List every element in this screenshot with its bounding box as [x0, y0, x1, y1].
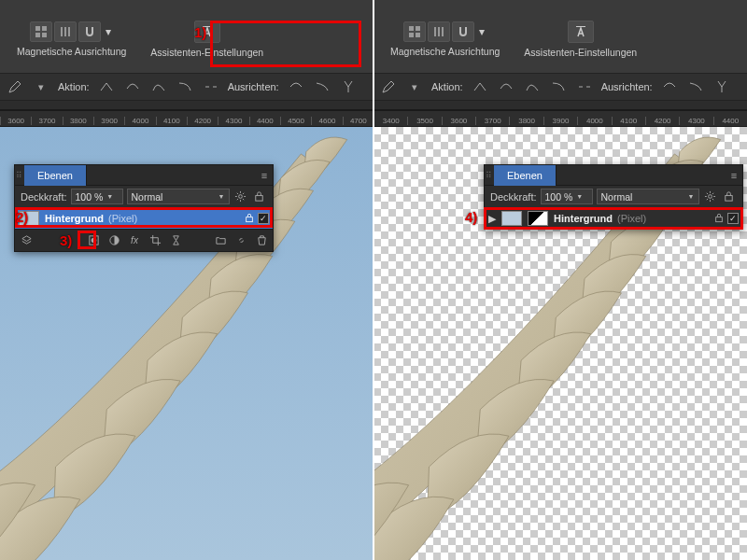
align-h-icon[interactable]	[287, 77, 305, 96]
svg-rect-7	[203, 26, 212, 27]
dropdown-icon[interactable]: ▾	[32, 77, 50, 96]
layers-icon[interactable]	[19, 233, 34, 248]
gear-icon[interactable]	[703, 189, 718, 204]
magnet-icon[interactable]	[78, 21, 101, 42]
svg-rect-17	[416, 33, 420, 37]
svg-rect-1	[42, 26, 47, 31]
node-smooth-icon[interactable]	[123, 77, 142, 96]
node-curve2-icon[interactable]	[176, 77, 194, 96]
folder-icon[interactable]	[213, 233, 228, 248]
expand-arrow-icon[interactable]: ▶	[488, 213, 496, 225]
magnet-icon[interactable]	[452, 21, 474, 42]
dropdown-caret-icon[interactable]: ▾	[103, 21, 114, 42]
dropdown-caret-icon[interactable]: ▾	[476, 21, 487, 42]
node-curve1-icon[interactable]	[523, 77, 542, 96]
lock-icon[interactable]	[252, 189, 267, 204]
panel-menu-icon[interactable]: ≡	[256, 170, 273, 181]
svg-rect-9	[256, 196, 262, 202]
grid-icon[interactable]	[403, 21, 426, 42]
node-sharp-icon[interactable]	[471, 77, 489, 96]
grid-icon[interactable]	[30, 21, 52, 42]
layer-row-background[interactable]: ▶ Hintergrund (Pixel)	[485, 208, 742, 229]
svg-rect-10	[247, 217, 253, 221]
node-break-icon[interactable]	[575, 77, 594, 96]
pen-icon[interactable]	[6, 77, 24, 96]
svg-rect-24	[716, 217, 723, 221]
magnetic-alignment-group: ▾ Magnetische Ausrichtung	[11, 18, 132, 61]
gear-icon[interactable]	[233, 189, 248, 204]
svg-rect-5	[64, 27, 66, 36]
lock-icon[interactable]	[714, 213, 724, 225]
panel-menu-icon[interactable]: ≡	[726, 170, 742, 181]
ruler: 36003700 38003900 40004100 42004300 4400…	[0, 110, 374, 127]
opacity-label: Deckkraft:	[490, 191, 537, 203]
opacity-label: Deckkraft:	[21, 191, 67, 203]
dropdown-icon[interactable]: ▾	[405, 77, 424, 96]
tab-layers[interactable]: Ebenen	[24, 165, 87, 186]
svg-point-12	[91, 238, 96, 244]
blendmode-dropdown[interactable]: Normal▼	[127, 189, 230, 204]
opacity-dropdown[interactable]: 100 %▼	[541, 189, 593, 204]
node-curve2-icon[interactable]	[549, 77, 568, 96]
adjustment-icon[interactable]	[106, 233, 121, 248]
layer-mask-thumbnail	[528, 211, 548, 226]
panel-drag-handle[interactable]: ⠿	[485, 171, 494, 180]
action-label: Aktion:	[431, 81, 463, 92]
align-label: Ausrichten:	[601, 81, 653, 92]
columns-icon[interactable]	[428, 21, 450, 42]
mask-icon[interactable]	[86, 233, 101, 248]
assistant-settings-group: Assistenten-Einstellungen	[514, 17, 646, 62]
assistant-icon[interactable]	[568, 21, 594, 43]
layer-row-background[interactable]: Hintergrund (Pixel)	[15, 208, 273, 229]
svg-rect-23	[726, 196, 732, 202]
node-curve1-icon[interactable]	[149, 77, 168, 96]
assistant-settings-label: Assistenten-Einstellungen	[150, 47, 263, 58]
svg-rect-3	[42, 33, 47, 37]
svg-rect-15	[416, 26, 420, 31]
layers-panel: ⠿ Ebenen ≡ Deckkraft: 100 %▼ Normal▼ ▶ H…	[484, 164, 743, 230]
magnetic-alignment-label: Magnetische Ausrichtung	[390, 46, 500, 57]
svg-rect-0	[35, 26, 40, 31]
tab-layers[interactable]: Ebenen	[494, 165, 557, 186]
opacity-dropdown[interactable]: 100 %▼	[71, 189, 123, 204]
svg-point-8	[239, 195, 243, 199]
action-label: Aktion:	[58, 81, 90, 92]
magnetic-alignment-group: ▾ Magnetische Ausrichtung	[385, 18, 505, 61]
pen-icon[interactable]	[379, 77, 398, 96]
lock-icon[interactable]	[245, 213, 254, 225]
visibility-checkbox[interactable]	[727, 213, 739, 224]
assistant-icon[interactable]	[194, 21, 220, 43]
node-sharp-icon[interactable]	[97, 77, 116, 96]
align-v-icon[interactable]	[712, 77, 731, 96]
columns-icon[interactable]	[54, 21, 77, 42]
svg-rect-16	[409, 33, 414, 37]
svg-point-22	[709, 195, 712, 199]
layers-panel: ⠿ Ebenen ≡ Deckkraft: 100 %▼ Normal▼ Hin…	[14, 164, 274, 252]
align-curve-icon[interactable]	[313, 77, 331, 96]
svg-rect-2	[35, 33, 40, 37]
fx-icon[interactable]: fx	[127, 233, 142, 248]
node-smooth-icon[interactable]	[497, 77, 515, 96]
hourglass-icon[interactable]	[168, 233, 183, 248]
svg-rect-19	[438, 27, 440, 36]
panel-drag-handle[interactable]: ⠿	[15, 171, 24, 180]
assistant-settings-group: Assistenten-Einstellungen	[141, 17, 273, 62]
svg-rect-14	[409, 26, 414, 31]
link-icon[interactable]	[233, 233, 248, 248]
lock-icon[interactable]	[722, 189, 737, 204]
visibility-checkbox[interactable]	[258, 213, 269, 224]
svg-rect-20	[442, 27, 444, 36]
align-v-icon[interactable]	[339, 77, 358, 96]
svg-rect-4	[61, 27, 63, 36]
align-curve-icon[interactable]	[686, 77, 705, 96]
layer-thumbnail	[19, 211, 39, 226]
trash-icon[interactable]	[254, 233, 269, 248]
svg-rect-6	[68, 27, 70, 36]
crop-icon[interactable]	[148, 233, 162, 248]
layer-thumbnail	[501, 211, 522, 226]
node-break-icon[interactable]	[202, 77, 220, 96]
magnetic-alignment-label: Magnetische Ausrichtung	[17, 46, 126, 57]
align-label: Ausrichten:	[228, 81, 279, 92]
align-h-icon[interactable]	[660, 77, 679, 96]
blendmode-dropdown[interactable]: Normal▼	[597, 189, 699, 204]
